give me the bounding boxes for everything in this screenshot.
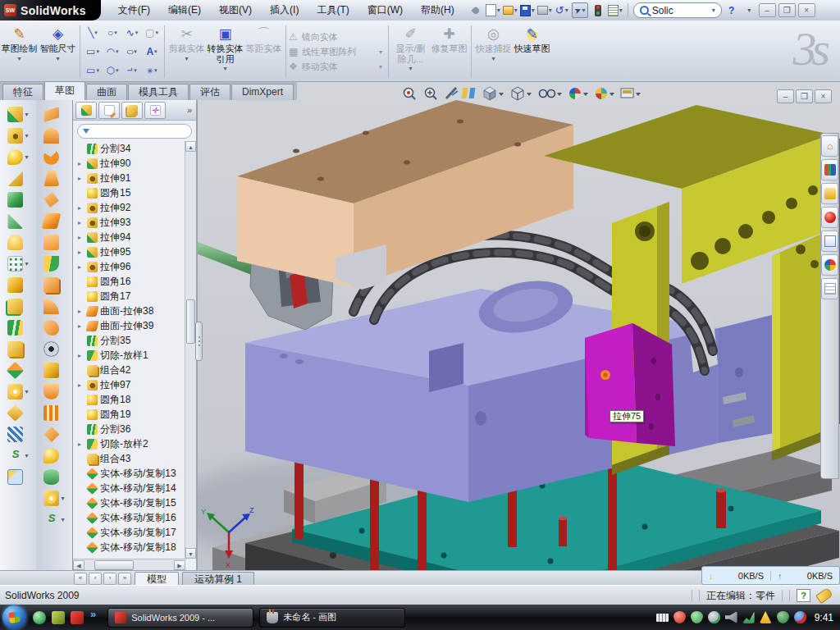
- feature-tree-item[interactable]: ▸ 分割34: [75, 141, 185, 156]
- feature-tree-item[interactable]: ▸ 实体-移动/复制17: [75, 525, 185, 540]
- sketch-entity-button[interactable]: ▾: [142, 62, 162, 80]
- tabs-overflow-button[interactable]: »: [187, 105, 194, 115]
- toolbar-button[interactable]: ▾: [7, 171, 28, 186]
- hide-show-items-icon[interactable]: [540, 90, 563, 98]
- feature-tree-item[interactable]: ▸ 拉伸96: [75, 259, 185, 274]
- toolbar-button[interactable]: ▾: [7, 128, 28, 144]
- toolbar-button[interactable]: ▾: [7, 299, 28, 314]
- toolbar-button[interactable]: ▾: [7, 448, 28, 463]
- rebuild-icon[interactable]: [591, 3, 605, 17]
- tag-icon[interactable]: [815, 587, 833, 604]
- menu-item[interactable]: 插入(I): [261, 1, 308, 20]
- feature-tree-item[interactable]: ▸ 拉伸97: [75, 377, 185, 392]
- feature-tree-item[interactable]: ▸ 拉伸95: [75, 244, 185, 259]
- toolbar-button[interactable]: ▾: [43, 427, 64, 442]
- task-pane-tab[interactable]: [821, 254, 838, 276]
- toolbar-button[interactable]: ▾: [7, 192, 28, 208]
- toolbar-button[interactable]: ▾: [43, 448, 64, 463]
- trim-entities-button[interactable]: 剪裁实体▾: [167, 22, 206, 81]
- tray-icon[interactable]: [708, 611, 720, 623]
- feature-tree-item[interactable]: ▸ 实体-移动/复制18: [75, 540, 185, 555]
- tray-icon[interactable]: [656, 614, 669, 622]
- feature-tree-item[interactable]: ▸ 实体-移动/复制15: [75, 495, 185, 510]
- feature-tree-item[interactable]: ▸ 圆角16: [75, 274, 185, 289]
- graphics-area[interactable]: Y Z X: [198, 82, 840, 570]
- tray-icon[interactable]: [760, 611, 772, 623]
- toolbar-button[interactable]: ▾: [43, 128, 64, 144]
- tray-icon[interactable]: [794, 611, 806, 623]
- tree-vertical-scrollbar[interactable]: ▲ ▼: [185, 141, 196, 559]
- toolbar-button[interactable]: ▾: [43, 299, 64, 314]
- feature-tree-item[interactable]: ▸ 切除-放样1: [75, 348, 185, 363]
- convert-entities-button[interactable]: 转换实体引用▾: [206, 22, 244, 81]
- feature-tree-item[interactable]: ▸ 实体-移动/复制16: [75, 510, 185, 525]
- expand-arrow-icon[interactable]: ▸: [78, 219, 84, 226]
- tab-model[interactable]: 模型: [135, 572, 179, 586]
- undo-button[interactable]: ↺▾: [555, 3, 569, 17]
- scroll-down-icon[interactable]: ▼: [185, 548, 196, 559]
- task-pane-tab[interactable]: [821, 207, 838, 228]
- rapid-sketch-button[interactable]: 快速草图: [513, 22, 551, 81]
- sketch-entity-button[interactable]: ▾: [103, 62, 122, 80]
- expand-arrow-icon[interactable]: ▸: [78, 263, 84, 271]
- tab-motion-study[interactable]: 运动算例 1: [182, 572, 254, 586]
- feature-tree-item[interactable]: ▸ 实体-移动/复制14: [75, 481, 185, 495]
- expand-arrow-icon[interactable]: ▸: [78, 249, 84, 256]
- toolbar-button[interactable]: ▾: [43, 256, 64, 272]
- exploded-mold-assembly[interactable]: Y Z X: [198, 100, 840, 570]
- menu-item[interactable]: 工具(T): [308, 1, 358, 20]
- tray-icon[interactable]: [725, 611, 737, 623]
- quick-launch-icon[interactable]: [33, 611, 46, 624]
- quick-launch-icon[interactable]: [52, 611, 65, 624]
- menu-item[interactable]: 窗口(W): [358, 1, 412, 20]
- feature-tree-item[interactable]: ▸ 圆角19: [75, 407, 185, 422]
- start-button[interactable]: [2, 605, 26, 629]
- toolbar-button[interactable]: ▾: [43, 384, 64, 399]
- zoom-area-icon[interactable]: [426, 89, 437, 100]
- tab-scroll-button[interactable]: «: [74, 573, 87, 585]
- sketch-entity-button[interactable]: ▾: [83, 24, 103, 43]
- menu-item[interactable]: 编辑(E): [159, 1, 210, 20]
- taskbar-button[interactable]: 未命名 - 画图: [259, 608, 405, 628]
- menu-item[interactable]: 帮助(H): [412, 1, 463, 20]
- toolbar-button[interactable]: ▾: [7, 277, 28, 293]
- smart-dimension-button[interactable]: 智能尺寸▾: [39, 22, 77, 81]
- expand-arrow-icon[interactable]: ▸: [78, 308, 84, 315]
- toolbar-button[interactable]: ▾: [7, 235, 28, 250]
- sketch-entity-button[interactable]: ▾: [83, 62, 103, 80]
- sketch-button[interactable]: 草图绘制▾: [0, 22, 39, 81]
- zoom-fit-icon[interactable]: [404, 89, 416, 100]
- repair-sketch-button[interactable]: 修复草图: [430, 22, 468, 81]
- tab-mold-tools[interactable]: 模具工具: [128, 84, 189, 100]
- edit-appearance-icon[interactable]: [569, 88, 588, 99]
- feature-tree-item[interactable]: ▸ 切除-放样2: [75, 436, 185, 451]
- feature-tree-item[interactable]: ▸ 圆角17: [75, 289, 185, 304]
- toolbar-button[interactable]: ▾: [43, 341, 64, 357]
- toolbar-button[interactable]: ▾: [43, 107, 64, 122]
- toolbar-button[interactable]: ▾: [7, 341, 28, 357]
- print-button[interactable]: ▾: [537, 3, 552, 17]
- toolbar-button[interactable]: ▾: [7, 363, 28, 378]
- toolbar-button[interactable]: ▾: [7, 256, 28, 272]
- tab-scroll-button[interactable]: »: [118, 573, 131, 585]
- tab-evaluate[interactable]: 评估: [189, 84, 231, 100]
- toolbar-button[interactable]: ▾: [7, 320, 28, 336]
- toolbar-button[interactable]: ▾: [43, 363, 64, 378]
- task-pane-tab[interactable]: [821, 183, 838, 204]
- scroll-left-icon[interactable]: ◀: [73, 560, 84, 570]
- view-settings-icon[interactable]: [621, 89, 641, 98]
- magenta-block[interactable]: [585, 323, 675, 446]
- tray-icon[interactable]: [777, 611, 789, 623]
- minimize-button[interactable]: –: [759, 3, 776, 17]
- expand-arrow-icon[interactable]: ▸: [78, 322, 84, 330]
- toolbar-button[interactable]: ▾: [7, 107, 28, 122]
- restore-button[interactable]: ❐: [778, 3, 796, 17]
- tab-scroll-button[interactable]: ‹: [89, 573, 102, 585]
- search-box[interactable]: Solic ▾: [633, 2, 722, 18]
- sketch-entity-button[interactable]: ▾: [122, 62, 142, 80]
- quick-tips-button[interactable]: ?: [797, 589, 810, 602]
- toolbar-button[interactable]: ▾: [43, 213, 64, 229]
- task-pane-tab[interactable]: [821, 231, 838, 252]
- section-tool-icon[interactable]: [462, 88, 476, 98]
- options-button[interactable]: ▾: [608, 3, 623, 17]
